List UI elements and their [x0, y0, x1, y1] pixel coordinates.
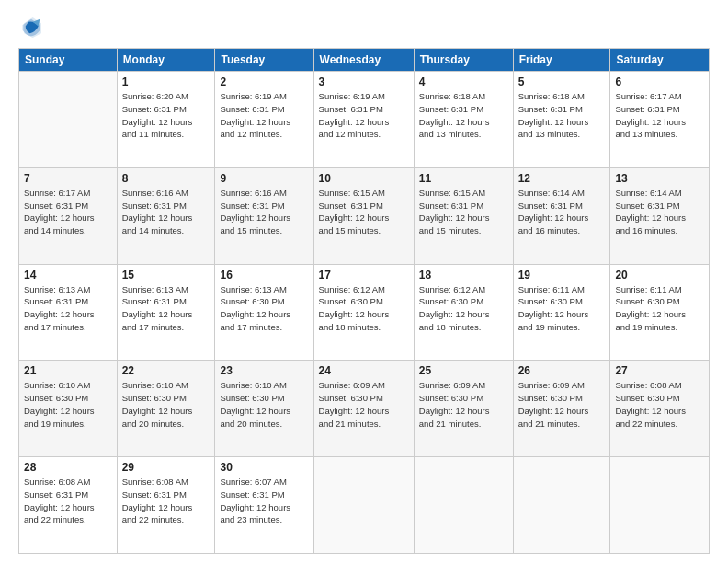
day-cell	[513, 457, 610, 554]
day-number: 16	[220, 269, 308, 282]
calendar: SundayMondayTuesdayWednesdayThursdayFrid…	[18, 48, 710, 554]
day-info: Sunrise: 6:20 AMSunset: 6:31 PMDaylight:…	[122, 90, 210, 141]
day-number: 15	[122, 269, 210, 282]
day-info: Sunrise: 6:19 AMSunset: 6:31 PMDaylight:…	[220, 90, 308, 141]
day-number: 29	[122, 461, 210, 474]
day-cell: 29Sunrise: 6:08 AMSunset: 6:31 PMDayligh…	[117, 457, 215, 554]
day-cell: 10Sunrise: 6:15 AMSunset: 6:31 PMDayligh…	[313, 167, 414, 264]
day-cell: 5Sunrise: 6:18 AMSunset: 6:31 PMDaylight…	[513, 72, 610, 168]
day-info: Sunrise: 6:13 AMSunset: 6:31 PMDaylight:…	[24, 283, 112, 334]
day-number: 21	[24, 364, 112, 377]
day-cell: 6Sunrise: 6:17 AMSunset: 6:31 PMDaylight…	[610, 72, 710, 168]
day-info: Sunrise: 6:08 AMSunset: 6:31 PMDaylight:…	[122, 476, 210, 526]
day-cell: 1Sunrise: 6:20 AMSunset: 6:31 PMDaylight…	[117, 72, 215, 168]
day-number: 20	[615, 269, 704, 282]
week-row-3: 14Sunrise: 6:13 AMSunset: 6:31 PMDayligh…	[19, 264, 710, 361]
day-cell: 25Sunrise: 6:09 AMSunset: 6:30 PMDayligh…	[414, 361, 513, 457]
col-header-monday: Monday	[117, 49, 215, 72]
day-cell: 22Sunrise: 6:10 AMSunset: 6:30 PMDayligh…	[117, 361, 215, 457]
day-number: 3	[319, 75, 409, 88]
day-info: Sunrise: 6:15 AMSunset: 6:31 PMDaylight:…	[319, 187, 409, 237]
day-cell: 3Sunrise: 6:19 AMSunset: 6:31 PMDaylight…	[313, 72, 414, 168]
day-number: 2	[220, 75, 308, 88]
day-cell: 30Sunrise: 6:07 AMSunset: 6:31 PMDayligh…	[215, 457, 313, 554]
day-number: 19	[518, 269, 606, 282]
logo-icon	[18, 15, 44, 40]
day-cell: 26Sunrise: 6:09 AMSunset: 6:30 PMDayligh…	[513, 361, 610, 457]
day-number: 12	[518, 172, 606, 185]
day-cell: 8Sunrise: 6:16 AMSunset: 6:31 PMDaylight…	[117, 167, 215, 264]
day-number: 25	[419, 364, 508, 377]
day-number: 17	[319, 269, 409, 282]
day-cell: 14Sunrise: 6:13 AMSunset: 6:31 PMDayligh…	[19, 264, 118, 361]
day-number: 26	[518, 364, 606, 377]
day-number: 4	[419, 75, 508, 88]
day-info: Sunrise: 6:13 AMSunset: 6:30 PMDaylight:…	[220, 283, 308, 334]
day-number: 18	[419, 269, 508, 282]
day-number: 9	[220, 172, 308, 185]
day-cell: 11Sunrise: 6:15 AMSunset: 6:31 PMDayligh…	[414, 167, 513, 264]
day-cell: 15Sunrise: 6:13 AMSunset: 6:31 PMDayligh…	[117, 264, 215, 361]
col-header-thursday: Thursday	[414, 49, 513, 72]
day-info: Sunrise: 6:17 AMSunset: 6:31 PMDaylight:…	[615, 90, 704, 141]
col-header-sunday: Sunday	[19, 49, 118, 72]
day-cell: 16Sunrise: 6:13 AMSunset: 6:30 PMDayligh…	[215, 264, 313, 361]
day-number: 14	[24, 269, 112, 282]
day-info: Sunrise: 6:16 AMSunset: 6:31 PMDaylight:…	[122, 187, 210, 237]
day-number: 7	[24, 172, 112, 185]
day-info: Sunrise: 6:12 AMSunset: 6:30 PMDaylight:…	[419, 283, 508, 334]
day-cell	[19, 72, 118, 168]
day-info: Sunrise: 6:09 AMSunset: 6:30 PMDaylight:…	[319, 379, 409, 430]
day-number: 1	[122, 75, 210, 88]
day-cell: 12Sunrise: 6:14 AMSunset: 6:31 PMDayligh…	[513, 167, 610, 264]
day-cell: 21Sunrise: 6:10 AMSunset: 6:30 PMDayligh…	[19, 361, 118, 457]
day-info: Sunrise: 6:18 AMSunset: 6:31 PMDaylight:…	[518, 90, 606, 141]
day-number: 30	[220, 461, 308, 474]
day-cell: 18Sunrise: 6:12 AMSunset: 6:30 PMDayligh…	[414, 264, 513, 361]
col-header-tuesday: Tuesday	[215, 49, 313, 72]
day-cell: 13Sunrise: 6:14 AMSunset: 6:31 PMDayligh…	[610, 167, 710, 264]
calendar-header-row: SundayMondayTuesdayWednesdayThursdayFrid…	[19, 49, 710, 72]
day-cell	[414, 457, 513, 554]
page: SundayMondayTuesdayWednesdayThursdayFrid…	[0, 0, 728, 563]
calendar-body: 1Sunrise: 6:20 AMSunset: 6:31 PMDaylight…	[19, 72, 710, 554]
day-cell: 27Sunrise: 6:08 AMSunset: 6:30 PMDayligh…	[610, 361, 710, 457]
col-header-friday: Friday	[513, 49, 610, 72]
day-info: Sunrise: 6:10 AMSunset: 6:30 PMDaylight:…	[122, 379, 210, 430]
day-number: 8	[122, 172, 210, 185]
day-info: Sunrise: 6:08 AMSunset: 6:30 PMDaylight:…	[615, 379, 704, 430]
day-cell	[313, 457, 414, 554]
col-header-saturday: Saturday	[610, 49, 710, 72]
day-info: Sunrise: 6:12 AMSunset: 6:30 PMDaylight:…	[319, 283, 409, 334]
day-number: 10	[319, 172, 409, 185]
day-number: 24	[319, 364, 409, 377]
day-number: 28	[24, 461, 112, 474]
day-number: 6	[615, 75, 704, 88]
day-info: Sunrise: 6:14 AMSunset: 6:31 PMDaylight:…	[615, 187, 704, 237]
day-number: 13	[615, 172, 704, 185]
day-cell: 7Sunrise: 6:17 AMSunset: 6:31 PMDaylight…	[19, 167, 118, 264]
day-info: Sunrise: 6:08 AMSunset: 6:31 PMDaylight:…	[24, 476, 112, 526]
day-info: Sunrise: 6:10 AMSunset: 6:30 PMDaylight:…	[220, 379, 308, 430]
logo	[18, 15, 48, 40]
day-info: Sunrise: 6:17 AMSunset: 6:31 PMDaylight:…	[24, 187, 112, 237]
day-number: 11	[419, 172, 508, 185]
day-cell: 17Sunrise: 6:12 AMSunset: 6:30 PMDayligh…	[313, 264, 414, 361]
col-header-wednesday: Wednesday	[313, 49, 414, 72]
day-info: Sunrise: 6:19 AMSunset: 6:31 PMDaylight:…	[319, 90, 409, 141]
day-cell	[610, 457, 710, 554]
week-row-1: 1Sunrise: 6:20 AMSunset: 6:31 PMDaylight…	[19, 72, 710, 168]
day-number: 5	[518, 75, 606, 88]
day-info: Sunrise: 6:11 AMSunset: 6:30 PMDaylight:…	[518, 283, 606, 334]
day-number: 27	[615, 364, 704, 377]
day-info: Sunrise: 6:09 AMSunset: 6:30 PMDaylight:…	[518, 379, 606, 430]
day-info: Sunrise: 6:18 AMSunset: 6:31 PMDaylight:…	[419, 90, 508, 141]
header	[18, 15, 710, 40]
day-cell: 4Sunrise: 6:18 AMSunset: 6:31 PMDaylight…	[414, 72, 513, 168]
day-info: Sunrise: 6:13 AMSunset: 6:31 PMDaylight:…	[122, 283, 210, 334]
day-info: Sunrise: 6:16 AMSunset: 6:31 PMDaylight:…	[220, 187, 308, 237]
day-number: 23	[220, 364, 308, 377]
day-cell: 28Sunrise: 6:08 AMSunset: 6:31 PMDayligh…	[19, 457, 118, 554]
day-cell: 9Sunrise: 6:16 AMSunset: 6:31 PMDaylight…	[215, 167, 313, 264]
day-cell: 19Sunrise: 6:11 AMSunset: 6:30 PMDayligh…	[513, 264, 610, 361]
